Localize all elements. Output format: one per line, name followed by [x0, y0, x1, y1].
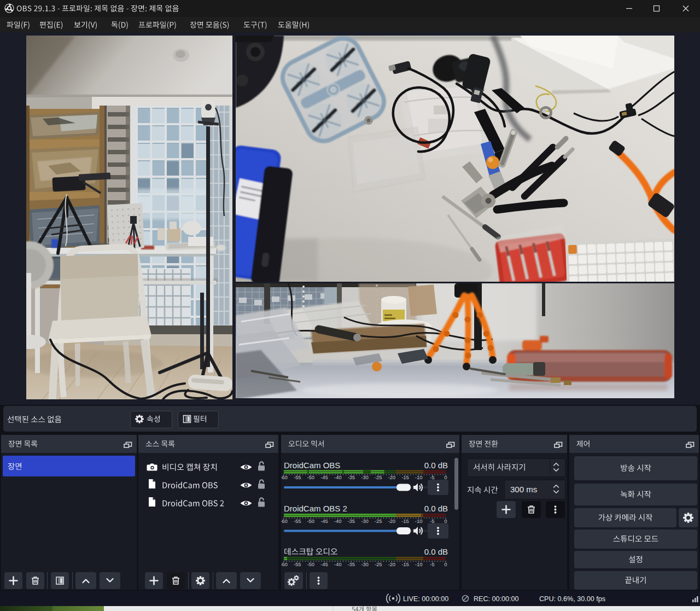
svg-text:-60: -60 [281, 474, 288, 480]
svg-text:-30: -30 [361, 474, 369, 480]
svg-text:-50: -50 [307, 518, 314, 524]
svg-text:-35: -35 [347, 474, 355, 480]
svg-text:-5: -5 [430, 518, 434, 524]
svg-text:0.0 dB: 0.0 dB [424, 461, 448, 470]
svg-text:-20: -20 [388, 561, 395, 567]
svg-text:-25: -25 [375, 518, 382, 524]
svg-text:-40: -40 [334, 474, 342, 480]
svg-text:-35: -35 [347, 518, 355, 524]
svg-text:-55: -55 [294, 518, 301, 524]
svg-text:0: 0 [444, 561, 447, 567]
svg-text:0: 0 [444, 474, 447, 480]
svg-text:-40: -40 [334, 518, 342, 524]
svg-text:0: 0 [444, 518, 447, 524]
svg-text:-30: -30 [361, 518, 369, 524]
svg-text:REC: 00:00:00: REC: 00:00:00 [474, 595, 519, 603]
svg-text:-50: -50 [307, 474, 314, 480]
svg-text:-15: -15 [401, 474, 409, 480]
svg-text:-30: -30 [361, 561, 369, 567]
svg-text:-40: -40 [334, 561, 342, 567]
svg-text:-5: -5 [430, 561, 434, 567]
svg-text:-20: -20 [388, 518, 395, 524]
svg-text:-10: -10 [415, 474, 423, 480]
svg-text:DroidCam OBS: DroidCam OBS [284, 461, 340, 470]
svg-text:-15: -15 [401, 561, 409, 567]
svg-text:-25: -25 [375, 561, 382, 567]
svg-text:LIVE: 00:00:00: LIVE: 00:00:00 [403, 595, 448, 603]
svg-text:-45: -45 [320, 561, 328, 567]
svg-text:0.0 dB: 0.0 dB [424, 547, 448, 556]
svg-text:-10: -10 [415, 561, 423, 567]
svg-text:-60: -60 [281, 518, 288, 524]
svg-text:-35: -35 [347, 561, 355, 567]
svg-text:300 ms: 300 ms [510, 485, 537, 494]
svg-text:-50: -50 [307, 561, 314, 567]
svg-text:0.0 dB: 0.0 dB [424, 504, 448, 513]
svg-text:-45: -45 [320, 518, 328, 524]
svg-text:-10: -10 [415, 518, 423, 524]
svg-text:-25: -25 [375, 474, 382, 480]
svg-text:-60: -60 [281, 561, 288, 567]
svg-text:-15: -15 [401, 518, 409, 524]
svg-text:-5: -5 [430, 474, 434, 480]
svg-text:-20: -20 [388, 474, 395, 480]
svg-text:-55: -55 [294, 561, 301, 567]
svg-text:CPU: 0.6%, 30.00 fps: CPU: 0.6%, 30.00 fps [539, 595, 605, 603]
svg-text:-45: -45 [320, 474, 328, 480]
svg-text:DroidCam OBS 2: DroidCam OBS 2 [284, 504, 347, 513]
svg-text:-55: -55 [294, 474, 301, 480]
